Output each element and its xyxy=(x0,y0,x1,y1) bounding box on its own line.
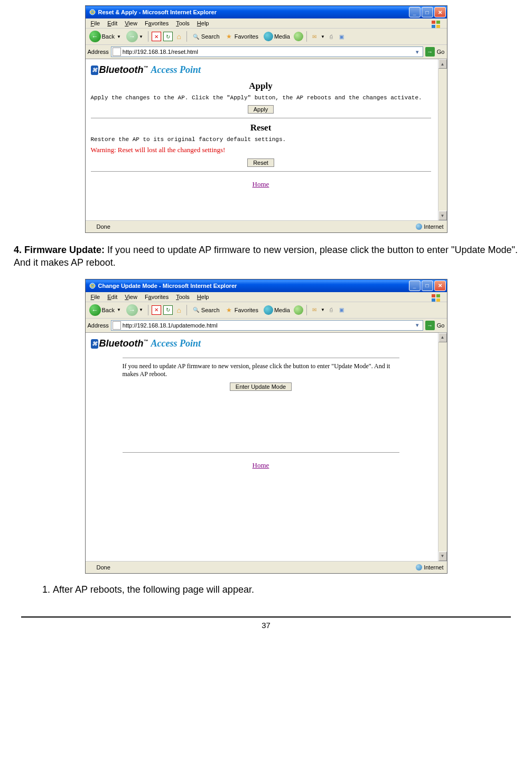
menu-favorites[interactable]: Favorites xyxy=(142,20,172,27)
step-1: After AP reboots, the following page wil… xyxy=(53,584,511,595)
ie-window-update-mode: Change Update Mode - Microsoft Internet … xyxy=(85,279,447,574)
apply-heading: Apply xyxy=(91,81,431,91)
update-mode-text: If you need to update AP firmware to new… xyxy=(123,362,399,378)
history-icon[interactable] xyxy=(294,32,303,41)
menu-tools[interactable]: Tools xyxy=(173,20,193,27)
svg-rect-4 xyxy=(436,25,440,28)
internet-zone-icon xyxy=(416,564,422,571)
ie-window-reset-apply: Reset & Apply - Microsoft Internet Explo… xyxy=(85,5,447,233)
history-icon[interactable] xyxy=(294,305,303,315)
window-title: Reset & Apply - Microsoft Internet Explo… xyxy=(98,9,409,15)
stop-icon[interactable]: ✕ xyxy=(152,305,161,315)
page-icon xyxy=(113,321,121,330)
done-icon xyxy=(89,223,95,230)
menu-file[interactable]: File xyxy=(88,293,104,301)
home-icon[interactable]: ⌂ xyxy=(175,306,183,314)
maximize-button[interactable]: □ xyxy=(422,7,433,17)
go-button[interactable]: → xyxy=(425,47,435,57)
menu-file[interactable]: File xyxy=(88,20,104,27)
home-link[interactable]: Home xyxy=(253,180,269,188)
menu-edit[interactable]: Edit xyxy=(104,293,120,301)
menu-edit[interactable]: Edit xyxy=(104,20,120,27)
minimize-button[interactable]: _ xyxy=(409,281,421,291)
back-button[interactable]: ←Back▼ xyxy=(88,304,123,316)
print-icon[interactable]: ⎙ xyxy=(327,306,335,314)
refresh-icon[interactable]: ↻ xyxy=(163,32,173,41)
scroll-up-icon[interactable]: ▲ xyxy=(438,59,447,69)
mail-icon[interactable]: ✉ xyxy=(310,32,319,41)
svg-rect-1 xyxy=(432,21,435,24)
maximize-button[interactable]: □ xyxy=(422,281,433,291)
menu-tools[interactable]: Tools xyxy=(173,293,193,301)
back-button[interactable]: ←Back▼ xyxy=(88,30,123,43)
toolbar: ←Back▼ →▼ ✕ ↻ ⌂ 🔍Search ★Favorites Media… xyxy=(86,302,447,319)
home-icon[interactable]: ⌂ xyxy=(175,32,183,41)
menu-view[interactable]: View xyxy=(122,20,141,27)
mail-icon[interactable]: ✉ xyxy=(310,306,319,314)
divider xyxy=(91,118,431,118)
page-content: ▲ ▼ ⌘Bluetooth™ Access Point Apply Apply… xyxy=(86,59,447,220)
menu-favorites[interactable]: Favorites xyxy=(142,293,172,301)
enter-update-mode-button[interactable]: Enter Update Mode xyxy=(230,382,292,391)
search-button[interactable]: 🔍Search xyxy=(190,305,221,315)
page-number: 37 xyxy=(262,621,270,630)
scrollbar[interactable]: ▲ ▼ xyxy=(438,59,447,220)
messenger-icon[interactable]: ▣ xyxy=(338,32,346,41)
page-icon xyxy=(113,48,121,56)
forward-button[interactable]: →▼ xyxy=(125,30,145,43)
status-bar: Done Internet xyxy=(86,561,447,573)
apply-button[interactable]: Apply xyxy=(248,105,274,114)
media-button[interactable]: Media xyxy=(262,305,292,315)
scroll-down-icon[interactable]: ▼ xyxy=(438,551,447,561)
refresh-icon[interactable]: ↻ xyxy=(163,305,173,315)
favorites-button[interactable]: ★Favorites xyxy=(223,32,260,41)
menubar: File Edit View Favorites Tools Help xyxy=(86,18,447,29)
divider xyxy=(123,452,399,453)
minimize-button[interactable]: _ xyxy=(409,7,421,17)
media-icon xyxy=(264,32,273,41)
reset-button[interactable]: Reset xyxy=(247,158,274,167)
close-button[interactable]: ✕ xyxy=(434,7,446,17)
go-label: Go xyxy=(437,322,445,329)
windows-logo-icon xyxy=(428,19,445,30)
stop-icon[interactable]: ✕ xyxy=(152,32,161,41)
favorites-button[interactable]: ★Favorites xyxy=(223,305,260,315)
scroll-down-icon[interactable]: ▼ xyxy=(438,211,447,220)
page-footer: 37 xyxy=(21,616,511,633)
menu-view[interactable]: View xyxy=(122,293,141,301)
go-label: Go xyxy=(437,49,445,55)
svg-rect-3 xyxy=(432,25,435,28)
svg-rect-2 xyxy=(436,21,440,24)
status-bar: Done Internet xyxy=(86,220,447,232)
close-button[interactable]: ✕ xyxy=(434,281,446,291)
address-dropdown-icon[interactable]: ▾ xyxy=(413,322,422,329)
reset-warning: Warning: Reset will lost all the changed… xyxy=(91,146,431,154)
scroll-up-icon[interactable]: ▲ xyxy=(438,333,447,342)
address-input[interactable]: http://192.168.18.1/reset.html ▾ xyxy=(111,46,423,57)
scrollbar[interactable]: ▲ ▼ xyxy=(438,333,447,561)
forward-button[interactable]: →▼ xyxy=(125,304,145,316)
messenger-icon[interactable]: ▣ xyxy=(338,306,346,314)
address-input[interactable]: http://192.168.18.1/updatemode.html ▾ xyxy=(111,320,423,331)
go-button[interactable]: → xyxy=(425,321,435,330)
done-icon xyxy=(89,564,95,571)
firmware-update-heading: 4. Firmware Update: xyxy=(14,245,105,255)
home-link[interactable]: Home xyxy=(253,461,269,469)
page-content: ▲ ▼ ⌘Bluetooth™ Access Point If you need… xyxy=(86,333,447,561)
address-dropdown-icon[interactable]: ▾ xyxy=(413,49,422,55)
print-icon[interactable]: ⎙ xyxy=(327,32,335,41)
bluetooth-logo: ⌘Bluetooth™ Access Point xyxy=(91,62,431,80)
menu-help[interactable]: Help xyxy=(194,293,212,301)
svg-rect-8 xyxy=(432,298,435,302)
media-button[interactable]: Media xyxy=(262,31,292,42)
step-list: After AP reboots, the following page wil… xyxy=(32,584,511,595)
window-title: Change Update Mode - Microsoft Internet … xyxy=(98,283,409,289)
menu-help[interactable]: Help xyxy=(194,20,212,27)
address-label: Address xyxy=(88,322,109,329)
windows-logo-icon xyxy=(428,293,445,303)
titlebar[interactable]: Reset & Apply - Microsoft Internet Explo… xyxy=(86,6,447,18)
bluetooth-logo: ⌘Bluetooth™ Access Point xyxy=(91,336,431,353)
firmware-update-paragraph: 4. Firmware Update: If you need to updat… xyxy=(14,244,518,269)
search-button[interactable]: 🔍Search xyxy=(190,32,221,41)
titlebar[interactable]: Change Update Mode - Microsoft Internet … xyxy=(86,279,447,292)
